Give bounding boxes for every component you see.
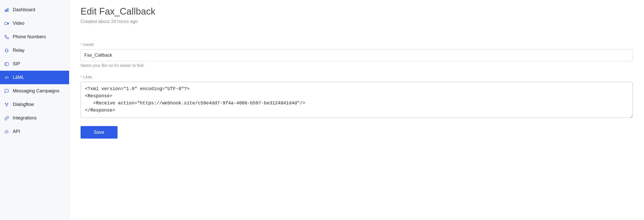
sidebar-item-phone-numbers[interactable]: Phone Numbers [0, 30, 69, 44]
svg-rect-3 [5, 22, 8, 25]
code-icon [4, 75, 9, 80]
name-input[interactable] [81, 49, 633, 61]
sidebar-item-integrations[interactable]: Integrations [0, 111, 69, 125]
sidebar-item-relay[interactable]: Relay [0, 44, 69, 57]
svg-point-11 [5, 103, 6, 104]
link-icon [4, 116, 9, 121]
sidebar-item-label: Dashboard [13, 7, 35, 13]
svg-rect-8 [5, 63, 8, 66]
sidebar-item-video[interactable]: Video [0, 17, 69, 30]
sidebar-item-messaging-campaigns[interactable]: Messaging Campaigns [0, 84, 69, 98]
svg-line-14 [6, 104, 7, 105]
svg-rect-2 [8, 8, 8, 11]
name-label: * NAME [81, 43, 633, 47]
page-title: Edit Fax_Callback [81, 6, 633, 17]
sidebar-item-dialogflow[interactable]: Dialogflow [0, 98, 69, 111]
svg-line-10 [6, 76, 7, 79]
laml-input[interactable] [81, 82, 633, 118]
cloud-icon [4, 129, 9, 134]
sidebar-item-laml[interactable]: LāML [0, 71, 69, 84]
form: * NAME Name your Bin so it's easier to f… [81, 43, 633, 139]
sidebar-item-label: Integrations [13, 115, 37, 121]
sidebar-item-label: Relay [13, 48, 24, 53]
dashboard-icon [4, 7, 9, 13]
laml-label: * LĀML [81, 75, 633, 79]
page-subtitle: Created about 24 hours ago [81, 19, 633, 24]
sidebar-item-label: API [13, 129, 20, 134]
sidebar-item-dashboard[interactable]: Dashboard [0, 3, 69, 17]
video-icon [4, 21, 9, 26]
sidebar-item-label: Messaging Campaigns [13, 88, 59, 94]
sidebar-item-sip[interactable]: SIP [0, 57, 69, 71]
save-button[interactable]: Save [81, 126, 118, 139]
svg-rect-0 [5, 10, 6, 11]
sidebar: Dashboard Video Phone Numbers Relay SIP [0, 0, 69, 220]
sidebar-item-label: Dialogflow [13, 102, 34, 107]
phone-icon [4, 34, 9, 40]
sip-icon [4, 62, 9, 67]
sidebar-item-label: Video [13, 21, 24, 26]
message-icon [4, 89, 9, 94]
svg-point-13 [6, 105, 7, 106]
svg-rect-5 [6, 49, 8, 52]
main-content: Edit Fax_Callback Created about 24 hours… [69, 0, 644, 220]
name-help-text: Name your Bin so it's easier to find. [81, 63, 633, 68]
flow-icon [4, 102, 9, 107]
sidebar-item-label: SIP [13, 61, 20, 67]
svg-line-15 [7, 104, 8, 105]
sidebar-item-label: Phone Numbers [13, 34, 46, 40]
sidebar-item-api[interactable]: API [0, 125, 69, 138]
relay-icon [4, 48, 9, 53]
svg-rect-1 [6, 9, 7, 11]
svg-point-12 [7, 103, 8, 104]
sidebar-item-label: LāML [13, 75, 24, 80]
